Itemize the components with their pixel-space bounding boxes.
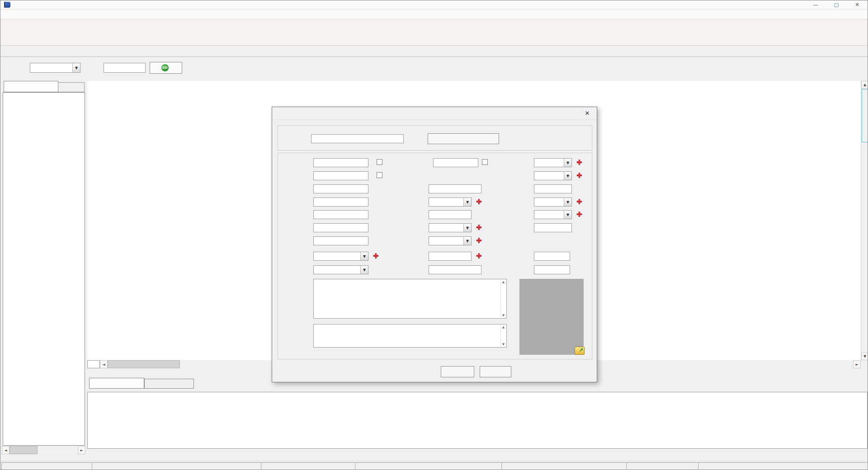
content-divider — [0, 56, 868, 57]
textarea-scrollbar[interactable]: ▲▼ — [500, 280, 506, 318]
scan-barcode-input[interactable] — [311, 134, 404, 143]
search-field-value — [30, 67, 72, 68]
volume-select[interactable]: ▼ — [534, 158, 572, 167]
scroll-up-icon[interactable]: ▲ — [861, 81, 868, 89]
chevron-down-icon[interactable]: ▼ — [360, 266, 368, 274]
maximize-button[interactable]: ▢ — [826, 0, 847, 9]
pub-time-input[interactable] — [313, 184, 368, 193]
chevron-down-icon[interactable]: ▼ — [360, 252, 368, 260]
category-panel-tab[interactable] — [4, 81, 58, 92]
close-button[interactable]: ✕ — [847, 0, 868, 9]
dedupe-checkbox[interactable] — [482, 159, 488, 165]
category-tree — [3, 92, 85, 446]
server-search-button[interactable] — [428, 133, 499, 144]
tab-borrow-history[interactable] — [144, 379, 194, 389]
chevron-down-icon[interactable]: ▼ — [463, 224, 471, 232]
auto-checkbox[interactable] — [377, 159, 382, 165]
title-bar: — ▢ ✕ — [0, 0, 868, 9]
add-location-icon[interactable]: ✚ — [373, 253, 379, 259]
book-name-input[interactable] — [433, 158, 478, 167]
publisher-select[interactable]: ▼ — [534, 171, 572, 180]
total-copies-input[interactable] — [534, 252, 570, 261]
add-attachment-icon[interactable]: ✚ — [576, 198, 582, 205]
chevron-down-icon[interactable]: ▼ — [564, 159, 571, 167]
new-book-dialog: ✕ ▼ ✚ ▼ ✚ — [272, 107, 597, 382]
reg-date-select[interactable]: ▼ — [313, 265, 368, 274]
book-image-box[interactable] — [519, 279, 584, 355]
search-field-select[interactable]: ▼ — [30, 63, 80, 73]
add-category-icon[interactable]: ✚ — [476, 253, 482, 259]
barcode-input[interactable] — [429, 184, 481, 193]
scroll-right-icon[interactable]: ► — [853, 360, 861, 368]
table-vertical-scrollbar[interactable]: ▲ ▼ — [861, 81, 868, 360]
borrower-table — [87, 392, 868, 449]
add-language-icon[interactable]: ✚ — [576, 211, 582, 218]
toolbar — [0, 19, 868, 46]
call-no-input[interactable] — [429, 265, 481, 274]
minimize-button[interactable]: — — [805, 0, 826, 9]
status-spacer — [501, 462, 626, 470]
scroll-left-icon[interactable]: ◄ — [100, 360, 108, 368]
status-spacer-2 — [698, 462, 868, 470]
tab-borrower-info[interactable] — [89, 378, 144, 389]
status-date — [626, 462, 698, 470]
add-publisher-icon[interactable]: ✚ — [576, 172, 582, 179]
print-format-select[interactable]: ▼ — [429, 197, 472, 207]
keyword-input[interactable] — [104, 63, 146, 73]
edition-input[interactable] — [534, 184, 572, 193]
pinyin-input[interactable] — [313, 236, 368, 245]
language-select[interactable]: ▼ — [534, 210, 572, 219]
book-no-input[interactable] — [313, 158, 368, 167]
add-secret-level-icon[interactable]: ✚ — [476, 224, 482, 231]
status-record-count — [261, 462, 355, 470]
chevron-down-icon[interactable]: ▼ — [463, 198, 471, 206]
book-price-input[interactable] — [534, 223, 572, 232]
remain-copies-input[interactable] — [534, 265, 570, 274]
menu-bar — [0, 9, 868, 19]
isbn-input[interactable] — [313, 171, 368, 180]
table-hscroll-thumb[interactable] — [108, 360, 180, 368]
table-scroll-thumb[interactable] — [862, 89, 868, 142]
translator-input[interactable] — [313, 210, 368, 219]
scan-group — [278, 126, 592, 150]
open-image-icon[interactable] — [575, 347, 585, 355]
pages-input[interactable] — [313, 223, 368, 232]
status-card-reader — [355, 462, 501, 470]
attachment-select[interactable]: ▼ — [534, 197, 572, 207]
tree-scroll-thumb[interactable] — [9, 446, 38, 454]
location-select[interactable]: ▼ — [313, 252, 368, 261]
same-isbn-checkbox[interactable] — [377, 172, 382, 178]
author-input[interactable] — [313, 197, 368, 207]
secret-level-select[interactable]: ▼ — [429, 223, 472, 232]
add-currency-icon[interactable]: ✚ — [476, 237, 482, 244]
go-icon: GO — [161, 64, 169, 71]
category-input[interactable] — [429, 252, 472, 261]
scroll-down-icon[interactable]: ▼ — [861, 352, 868, 360]
chevron-down-icon[interactable]: ▼ — [72, 63, 80, 72]
note-textarea[interactable]: ▲▼ — [313, 324, 507, 348]
status-current-user — [1, 462, 92, 470]
app-icon — [4, 2, 10, 8]
chevron-down-icon[interactable]: ▼ — [564, 172, 571, 180]
textarea-scrollbar[interactable]: ▲▼ — [500, 325, 506, 347]
dialog-close-icon[interactable]: ✕ — [584, 110, 591, 117]
dialog-title-bar: ✕ — [272, 107, 597, 120]
scroll-left-icon[interactable]: ◄ — [2, 446, 9, 454]
chevron-down-icon[interactable]: ▼ — [463, 237, 471, 245]
add-volume-icon[interactable]: ✚ — [576, 159, 582, 166]
tree-horizontal-scrollbar[interactable]: ◄ ► — [2, 446, 85, 454]
scroll-right-icon[interactable]: ► — [78, 446, 85, 454]
currency-select[interactable]: ▼ — [429, 236, 472, 245]
quit-button[interactable] — [480, 366, 511, 377]
status-bar — [0, 461, 868, 470]
add-print-format-icon[interactable]: ✚ — [476, 198, 482, 205]
status-db-path — [92, 462, 261, 470]
record-count-box — [87, 360, 100, 368]
query-button[interactable]: GO — [150, 62, 182, 74]
save-button[interactable] — [441, 366, 474, 377]
chevron-down-icon[interactable]: ▼ — [564, 198, 571, 206]
intro-textarea[interactable]: ▲▼ — [313, 279, 507, 319]
book-info-group: ▼ ✚ ▼ ✚ ▼ ✚ ▼ ✚ ▼ ✚ — [278, 153, 592, 359]
word-count-input[interactable] — [429, 210, 472, 219]
chevron-down-icon[interactable]: ▼ — [564, 211, 571, 219]
